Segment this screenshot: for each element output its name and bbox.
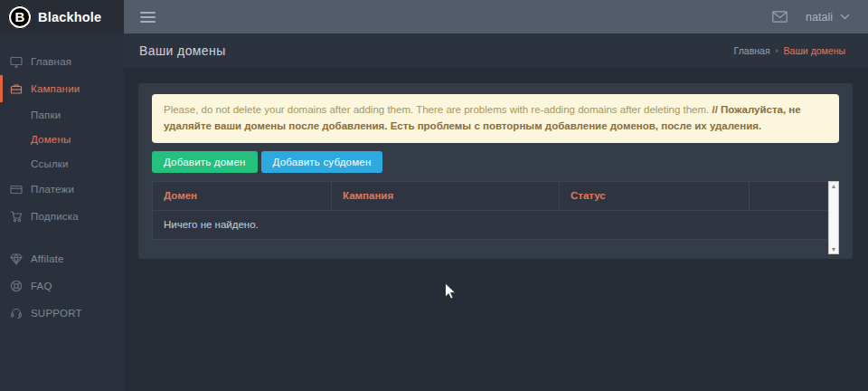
sidebar-item-label: Affilate (31, 253, 64, 264)
sidebar-item-domains[interactable]: Домены (0, 127, 124, 151)
sidebar-item-campaigns[interactable]: Кампании (0, 75, 124, 102)
sidebar-item-label: Кампании (31, 83, 80, 94)
breadcrumb: Главная › Ваши домены (734, 45, 845, 56)
column-header-domain[interactable]: Домен (153, 182, 332, 210)
domains-table: Домен Кампания Статус Ничего не найдено.… (152, 181, 839, 254)
sidebar-item-payments[interactable]: Платежи (0, 176, 124, 203)
gem-icon (10, 253, 23, 265)
lifebuoy-icon (10, 280, 23, 292)
sidebar-item-label: Ссылки (31, 158, 69, 169)
empty-message: Ничего не найдено. (164, 219, 259, 230)
sidebar: B Blackhole Главная Кампании Папки Домен… (0, 0, 124, 391)
table-empty-row: Ничего не найдено. (152, 211, 828, 240)
sidebar-item-links[interactable]: Ссылки (0, 151, 124, 176)
sidebar-spacer (0, 230, 124, 245)
sidebar-item-faq[interactable]: FAQ (0, 272, 124, 300)
breadcrumb-current: Ваши домены (784, 45, 845, 56)
breadcrumb-separator-icon: › (776, 46, 778, 55)
blackhole-logo-icon: B (8, 5, 32, 29)
page-header: Ваши домены Главная › Ваши домены (124, 33, 868, 68)
content-area: Please, do not delete your domains after… (124, 68, 868, 391)
chevron-down-icon (840, 14, 850, 20)
cart-icon (10, 210, 23, 223)
sidebar-item-folders[interactable]: Папки (0, 102, 124, 127)
column-header-status[interactable]: Статус (560, 182, 750, 210)
add-domain-button[interactable]: Добавить домен (152, 151, 258, 173)
app-window: B Blackhole Главная Кампании Папки Домен… (0, 0, 868, 391)
scroll-up-icon[interactable]: ▲ (829, 182, 838, 190)
topbar: natali (124, 0, 868, 33)
page-title: Ваши домены (139, 43, 226, 58)
sidebar-item-label: Платежи (31, 184, 74, 195)
sidebar-nav: Главная Кампании Папки Домены Ссылки (0, 33, 124, 327)
scroll-down-icon[interactable]: ▼ (829, 245, 838, 253)
topbar-right: natali (772, 11, 850, 24)
headset-icon (10, 307, 23, 319)
sidebar-item-affiliate[interactable]: Affilate (0, 245, 124, 272)
warning-text-en: Please, do not delete your domains after… (164, 104, 709, 115)
sidebar-item-subscription[interactable]: Подписка (0, 203, 124, 230)
sidebar-item-label: Главная (31, 56, 71, 67)
table-header-row: Домен Кампания Статус (152, 181, 828, 211)
sidebar-item-label: Подписка (31, 211, 79, 222)
briefcase-icon (10, 82, 23, 95)
warning-separator: // (712, 104, 717, 115)
messages-envelope-icon[interactable] (772, 11, 788, 23)
brand-name: Blackhole (38, 10, 101, 24)
sidebar-item-label: FAQ (31, 281, 52, 291)
menu-toggle-icon[interactable] (138, 8, 157, 26)
column-header-actions (750, 182, 827, 210)
credit-card-icon (10, 183, 23, 196)
sidebar-item-label: SUPPORT (31, 308, 82, 319)
add-subdomain-button[interactable]: Добавить субдомен (261, 151, 383, 173)
table-scrollbar[interactable]: ▲ ▼ (828, 181, 839, 254)
main-area: natali Ваши домены Главная › Ваши домены… (124, 0, 868, 391)
actions-row: Добавить домен Добавить субдомен (152, 151, 839, 173)
warning-alert: Please, do not delete your domains after… (152, 94, 839, 143)
sidebar-item-support[interactable]: SUPPORT (0, 300, 124, 327)
column-header-campaign[interactable]: Кампания (332, 182, 560, 210)
sidebar-item-label: Домены (31, 134, 71, 145)
brand-logo[interactable]: B Blackhole (0, 0, 124, 33)
monitor-icon (10, 55, 23, 68)
domains-panel: Please, do not delete your domains after… (138, 83, 853, 259)
username: natali (806, 11, 833, 24)
breadcrumb-home-link[interactable]: Главная (734, 45, 770, 56)
user-menu[interactable]: natali (806, 11, 850, 24)
sidebar-item-label: Папки (31, 110, 61, 120)
sidebar-item-main[interactable]: Главная (0, 48, 124, 75)
